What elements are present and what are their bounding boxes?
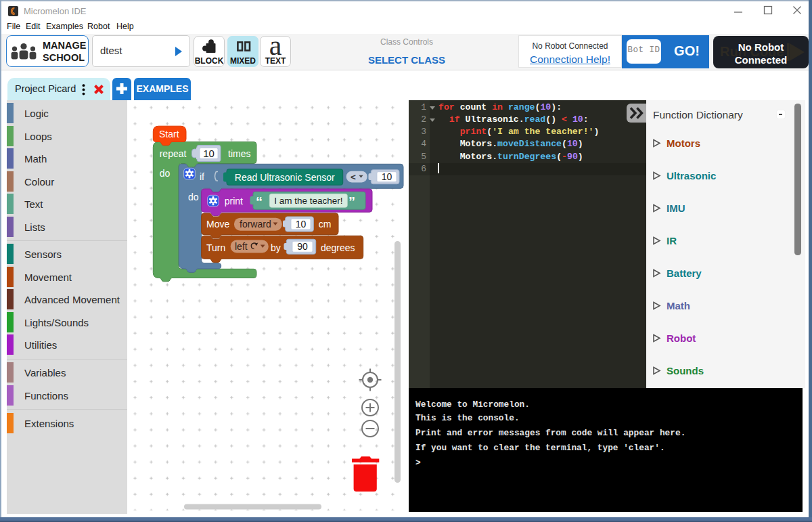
- svg-text:I am the teacher!: I am the teacher!: [274, 196, 342, 206]
- svg-text:10: 10: [296, 219, 307, 230]
- svg-text:<: <: [351, 172, 356, 182]
- svg-text:left: left: [235, 241, 248, 252]
- svg-text:forward: forward: [240, 219, 271, 230]
- svg-text:10: 10: [382, 171, 392, 182]
- svg-text:cm: cm: [319, 219, 332, 230]
- svg-text:“: “: [256, 194, 263, 209]
- svg-text:do: do: [160, 168, 171, 179]
- svg-text:do: do: [188, 192, 199, 202]
- svg-text:times: times: [228, 148, 250, 159]
- svg-text:Start: Start: [159, 129, 179, 139]
- svg-text:repeat: repeat: [160, 148, 187, 159]
- svg-text:Turn: Turn: [206, 242, 225, 253]
- svg-text:10: 10: [203, 148, 215, 159]
- svg-text:Read Ultrasonic Sensor: Read Ultrasonic Sensor: [235, 172, 335, 183]
- svg-text:Move: Move: [206, 219, 229, 230]
- svg-text:degrees: degrees: [321, 242, 355, 253]
- svg-text:by: by: [271, 242, 281, 253]
- svg-text:print: print: [225, 196, 243, 206]
- svg-text:90: 90: [297, 241, 308, 252]
- svg-text:if: if: [200, 171, 204, 182]
- svg-text:”: ”: [348, 194, 355, 209]
